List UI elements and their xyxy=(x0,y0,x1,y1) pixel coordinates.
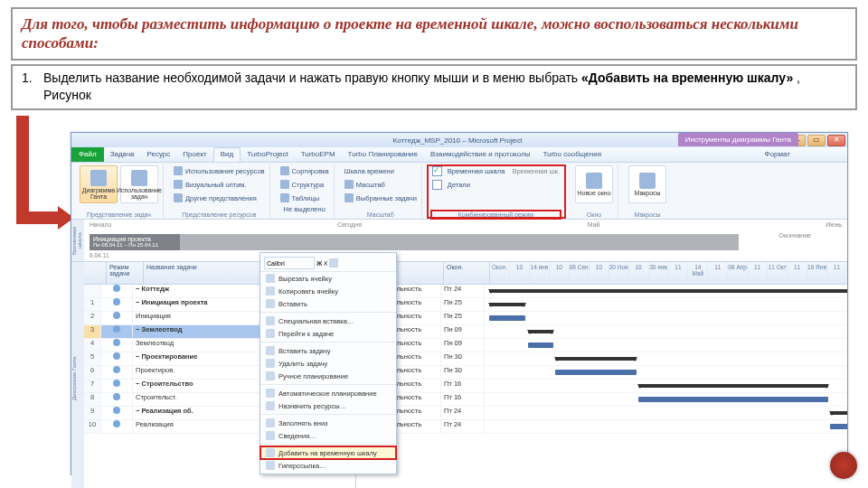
context-menu[interactable]: Ж К Вырезать ячейкуКопировать ячейкуВста… xyxy=(259,252,397,474)
context-menu-item[interactable]: Копировать ячейку xyxy=(260,285,396,297)
font-input[interactable] xyxy=(264,257,315,269)
gantt-row[interactable]: Фикс. длительностьПн 09 xyxy=(356,339,847,352)
timeline-block[interactable]: Инициация проекта Пн 08.04.11 – Пн 25.04… xyxy=(90,234,180,250)
ribbon: Диаграмма Ганта Использование задач Пред… xyxy=(71,163,847,220)
context-menu-item[interactable]: Перейти к задаче xyxy=(260,327,396,340)
date-cell: 20 Ноя xyxy=(609,262,629,284)
context-menu-item[interactable]: Заполнять вниз xyxy=(260,417,396,429)
context-menu-item[interactable]: Вставить xyxy=(260,297,396,310)
tl-label: Сегодня xyxy=(337,221,362,228)
gantt-row[interactable]: Фикс. длительностьПт 24 xyxy=(356,285,847,298)
date-cell: 08 Сен xyxy=(570,262,590,284)
selected-tasks-button[interactable]: Выбранные задачи xyxy=(344,192,417,203)
pointer-arrow xyxy=(16,116,71,260)
menu-проект[interactable]: Проект xyxy=(176,147,212,162)
maximize-button[interactable]: ▭ xyxy=(807,135,826,146)
context-menu-item[interactable]: Вставить задачу xyxy=(260,344,396,357)
date-cell: 11 xyxy=(827,262,847,284)
highlight-filter[interactable]: Не выделено xyxy=(284,203,326,214)
mini-toolbar[interactable]: Ж К xyxy=(260,255,396,272)
context-menu-item[interactable]: Назначить ресурсы… xyxy=(260,399,396,412)
gantt-row[interactable]: Фикс. длительностьПн 09 xyxy=(356,325,847,339)
gantt-view-button[interactable]: Диаграмма Ганта xyxy=(80,165,118,203)
italic-icon[interactable]: К xyxy=(324,260,327,267)
new-window-button[interactable]: Новое окно xyxy=(575,165,613,203)
tables-button[interactable]: Таблицы xyxy=(280,192,320,203)
menu-bar: Файл ЗадачаРесурсПроектВидTurboProjectTu… xyxy=(71,147,847,163)
gantt-row[interactable]: Фикс. длительностьПн 25 xyxy=(356,312,847,325)
date-cell: 18 Янв xyxy=(807,262,827,284)
gantt-row[interactable]: Фикс. длительностьПн 25 xyxy=(356,298,847,312)
gantt-row[interactable]: Фикс. длительностьПн 30 xyxy=(356,366,847,380)
gantt-row[interactable]: Фикс. длительностьПт 16 xyxy=(356,393,847,407)
link-icon[interactable] xyxy=(329,258,338,267)
header-callout: Для того, чтобы разместить информацию о … xyxy=(11,7,857,61)
menu-задача[interactable]: Задача xyxy=(104,147,141,162)
context-menu-item[interactable]: Добавить на временную шкалу xyxy=(260,446,396,459)
menu-item-icon xyxy=(266,389,275,398)
date-cell: 14 Май xyxy=(688,262,708,284)
context-menu-item[interactable]: Удалить задачу xyxy=(260,357,396,370)
macros-button[interactable]: Макросы xyxy=(628,165,666,203)
menu-item-icon xyxy=(266,418,275,427)
group-label: Масштаб xyxy=(344,211,417,218)
sort-button[interactable]: Сортировка xyxy=(280,165,329,176)
contextual-tab[interactable]: Инструменты диаграммы Ганта xyxy=(678,133,798,146)
context-menu-item[interactable]: Вырезать ячейку xyxy=(260,272,396,285)
col-mode[interactable]: Режим задачи xyxy=(107,262,144,284)
date-cell: Окон. xyxy=(490,262,510,284)
menu-turboproject[interactable]: TurboProject xyxy=(241,147,295,162)
msproject-window: Инструменты диаграммы Ганта Коттедж_MSP_… xyxy=(71,132,848,475)
gantt-row[interactable]: Фикс. длительностьПт 24 xyxy=(356,420,847,434)
group-label: Комбинированный режим xyxy=(432,211,560,218)
close-button[interactable]: ✕ xyxy=(827,135,845,146)
zoom-button[interactable]: Масштаб xyxy=(344,179,385,190)
context-menu-item[interactable]: Гиперссылка… xyxy=(260,459,396,472)
bold-icon[interactable]: Ж xyxy=(316,260,322,267)
menu-item-icon xyxy=(266,448,275,457)
menu-turbo сообщения[interactable]: Turbo сообщения xyxy=(536,147,608,162)
context-menu-item[interactable]: Сведения… xyxy=(260,429,396,442)
timescale-button[interactable]: Шкала времени xyxy=(344,165,394,176)
group-label: Окно xyxy=(575,211,613,218)
date-cell: 10 xyxy=(510,262,530,284)
menu-взаимодействие и протоколы[interactable]: Взаимодействие и протоколы xyxy=(424,147,536,162)
menu-item-icon xyxy=(266,401,275,410)
tl-label: Июнь xyxy=(826,221,842,228)
menu-item-icon xyxy=(266,359,275,368)
group-label: Представление задач xyxy=(80,211,158,218)
gantt-chart[interactable]: Тип Окон. Окон.1014 янв1008 Сен1020 Ноя1… xyxy=(356,262,847,488)
outline-button[interactable]: Структура xyxy=(280,179,325,190)
format-tab[interactable]: Формат xyxy=(759,147,797,162)
menu-turbo планирование[interactable]: Turbo Планирование xyxy=(342,147,424,162)
context-menu-item[interactable]: Ручное планирование xyxy=(260,370,396,382)
gantt-row[interactable]: Фикс. длительностьПт 16 xyxy=(356,380,847,393)
date-cell: 30 янв xyxy=(649,262,669,284)
timeline-side-label: Временная шкала xyxy=(71,220,84,261)
context-menu-item[interactable]: Специальная вставка… xyxy=(260,314,396,327)
gantt-row[interactable]: Фикс. длительностьПн 30 xyxy=(356,352,847,366)
team-planner-button[interactable]: Визуальный оптим. xyxy=(174,179,247,190)
menu-item-icon xyxy=(266,461,275,470)
menu-ресурс[interactable]: Ресурс xyxy=(141,147,177,162)
menu-вид[interactable]: Вид xyxy=(213,147,241,162)
date-cell: 10 xyxy=(590,262,609,284)
menu-item-icon xyxy=(266,346,275,355)
tl-start-date: 8.04.11 xyxy=(90,252,109,258)
context-menu-item[interactable]: Автоматическое планирование xyxy=(260,387,396,399)
other-views-button[interactable]: Другие представления xyxy=(174,192,257,203)
intro-callout: 1. Выделить название необходимой задачи … xyxy=(11,64,857,110)
file-tab[interactable]: Файл xyxy=(71,147,104,162)
date-cell: 11 Окт xyxy=(768,262,788,284)
details-checkbox[interactable]: Детали xyxy=(432,179,470,190)
timeline-checkbox[interactable]: Временная шкала Временная шк. xyxy=(432,165,560,176)
gantt-row[interactable]: Фикс. длительностьПт 24 xyxy=(356,407,847,420)
menu-item-icon xyxy=(266,299,275,308)
resource-usage-button[interactable]: Использование ресурсов xyxy=(174,165,265,176)
task-usage-button[interactable]: Использование задач xyxy=(120,165,158,203)
date-cell: 10 xyxy=(629,262,649,284)
col-finish[interactable]: Окон. xyxy=(444,262,490,284)
gantt-side-label: Диаграмма Ганта xyxy=(71,262,84,488)
menu-turboepm[interactable]: TurboEPM xyxy=(295,147,342,162)
timeline-bar[interactable]: Инициация проекта Пн 08.04.11 – Пн 25.04… xyxy=(90,234,739,250)
